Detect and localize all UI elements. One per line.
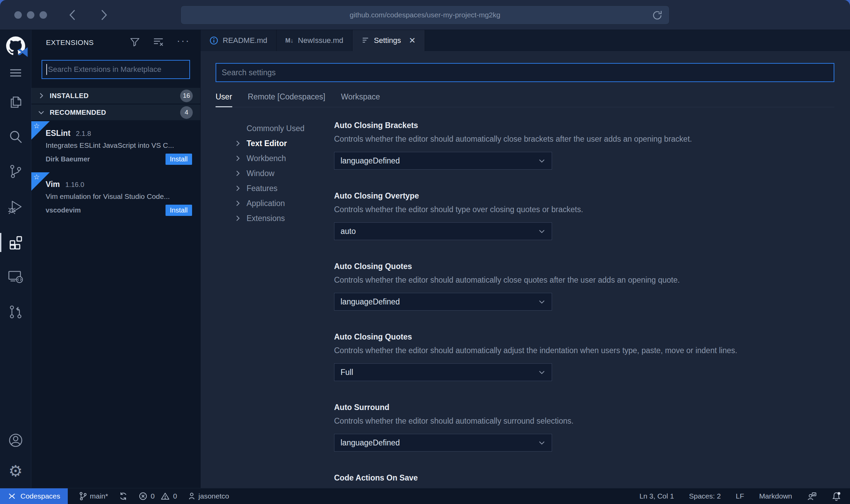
toc-item-features[interactable]: Features bbox=[234, 181, 334, 196]
sync-icon bbox=[119, 492, 128, 501]
extension-item-vim[interactable]: ☆ Vim 1.16.0 Vim emulation for Visual St… bbox=[31, 172, 200, 223]
feedback-button[interactable] bbox=[807, 492, 817, 501]
settings-gear-button[interactable]: ⚙ bbox=[0, 460, 31, 482]
toc-item-text-editor[interactable]: Text Editor bbox=[234, 136, 334, 151]
window-zoom-button[interactable] bbox=[40, 11, 47, 19]
setting-description: Controls whether the editor should type … bbox=[334, 205, 830, 214]
setting-description: Controls whether the editor should autom… bbox=[334, 346, 830, 355]
account-status[interactable]: jasonetco bbox=[188, 492, 229, 501]
toc-label: Application bbox=[247, 199, 285, 208]
tab-label: Settings bbox=[374, 36, 401, 45]
cursor-position-label: Ln 3, Col 1 bbox=[640, 492, 674, 500]
reload-button[interactable] bbox=[651, 10, 663, 23]
extension-version: 1.16.0 bbox=[65, 181, 84, 189]
clear-search-button[interactable] bbox=[153, 37, 164, 48]
setting-title: Auto Closing Brackets bbox=[334, 121, 830, 130]
extensions-icon bbox=[7, 234, 24, 251]
setting-dropdown[interactable]: auto bbox=[334, 222, 552, 240]
editor-area: README.md M↓ NewIssue.md Settings ✕ Sear… bbox=[201, 30, 850, 488]
back-button[interactable] bbox=[67, 9, 78, 21]
tab-newissue[interactable]: M↓ NewIssue.md bbox=[277, 30, 352, 51]
install-button[interactable]: Install bbox=[166, 154, 192, 165]
chevron-right-icon bbox=[234, 140, 241, 147]
window-minimize-button[interactable] bbox=[27, 11, 34, 19]
toc-label: Window bbox=[247, 169, 274, 178]
github-codespaces-logo[interactable] bbox=[0, 33, 31, 59]
setting-title: Auto Surround bbox=[334, 403, 830, 412]
forward-button[interactable] bbox=[99, 9, 109, 21]
extensions-search-input[interactable]: Search Extensions in Marketplace bbox=[42, 60, 190, 79]
language-mode[interactable]: Markdown bbox=[759, 492, 792, 500]
branch-status[interactable]: main* bbox=[79, 492, 108, 501]
account-label: jasonetco bbox=[199, 492, 229, 500]
section-installed[interactable]: INSTALLED 16 bbox=[31, 88, 200, 104]
installed-count-badge: 16 bbox=[180, 90, 193, 102]
sidebar-item-remote-explorer[interactable] bbox=[0, 266, 31, 287]
scope-tab-workspace[interactable]: Workspace bbox=[341, 92, 380, 107]
sidebar-item-explorer[interactable] bbox=[0, 91, 31, 113]
sync-status[interactable] bbox=[119, 492, 128, 501]
setting-dropdown[interactable]: languageDefined bbox=[334, 152, 552, 170]
address-bar[interactable]: github.com/codespaces/user-my-project-mg… bbox=[180, 5, 670, 25]
problems-status[interactable]: 0 0 bbox=[139, 492, 177, 501]
url-text: github.com/codespaces/user-my-project-mg… bbox=[350, 11, 500, 19]
toc-item-commonly-used[interactable]: Commonly Used bbox=[234, 121, 334, 136]
tab-settings[interactable]: Settings ✕ bbox=[352, 30, 425, 51]
chevron-down-icon bbox=[538, 157, 546, 164]
extension-item-eslint[interactable]: ☆ ESLint 2.1.8 Integrates ESLint JavaScr… bbox=[31, 121, 200, 172]
browser-window: github.com/codespaces/user-my-project-mg… bbox=[0, 0, 850, 504]
tab-label: README.md bbox=[223, 36, 267, 45]
eol-label: LF bbox=[736, 492, 744, 500]
search-icon bbox=[8, 129, 23, 145]
install-button[interactable]: Install bbox=[166, 205, 192, 216]
chevron-down-icon bbox=[538, 298, 546, 305]
setting-dropdown[interactable]: languageDefined bbox=[334, 434, 552, 452]
indentation[interactable]: Spaces: 2 bbox=[689, 492, 721, 500]
setting-description: Controls whether the editor should autom… bbox=[334, 135, 830, 144]
settings-editor-icon bbox=[361, 36, 369, 45]
feedback-icon bbox=[807, 492, 817, 501]
extensions-sidebar: EXTENSIONS ··· Search Extensions in Mark… bbox=[31, 30, 201, 488]
vscode-logo-icon bbox=[17, 46, 29, 58]
scope-tab-user[interactable]: User bbox=[216, 92, 232, 107]
remote-indicator[interactable]: Codespaces bbox=[0, 488, 68, 504]
sidebar-item-source-control[interactable] bbox=[0, 161, 31, 183]
menu-button[interactable] bbox=[0, 62, 31, 84]
tab-readme[interactable]: README.md bbox=[201, 30, 277, 51]
cursor-position[interactable]: Ln 3, Col 1 bbox=[640, 492, 674, 500]
tab-label: NewIssue.md bbox=[298, 36, 343, 45]
text-cursor bbox=[46, 64, 47, 75]
toc-item-extensions[interactable]: Extensions bbox=[234, 211, 334, 226]
sidebar-item-extensions[interactable] bbox=[0, 232, 31, 253]
dropdown-value: auto bbox=[341, 227, 356, 236]
section-recommended[interactable]: RECOMMENDED 4 bbox=[31, 105, 200, 120]
toc-item-workbench[interactable]: Workbench bbox=[234, 151, 334, 166]
settings-toc: Commonly Used Text Editor Workbench bbox=[201, 121, 334, 488]
warning-count: 0 bbox=[173, 492, 177, 500]
setting-dropdown[interactable]: Full bbox=[334, 363, 552, 381]
eol-sequence[interactable]: LF bbox=[736, 492, 744, 500]
scope-tab-remote[interactable]: Remote [Codespaces] bbox=[248, 92, 326, 107]
chevron-right-icon bbox=[37, 92, 45, 99]
account-button[interactable] bbox=[0, 429, 31, 451]
settings-search-input[interactable]: Search settings bbox=[216, 63, 834, 82]
sidebar-item-pull-requests[interactable] bbox=[0, 301, 31, 323]
notifications-button[interactable] bbox=[832, 491, 841, 501]
close-icon[interactable]: ✕ bbox=[409, 36, 416, 45]
chevron-down-icon bbox=[37, 109, 45, 116]
setting-title: Code Actions On Save bbox=[334, 473, 830, 483]
gear-icon: ⚙ bbox=[9, 463, 22, 479]
toc-item-window[interactable]: Window bbox=[234, 166, 334, 181]
window-controls bbox=[14, 11, 47, 19]
chevron-right-icon bbox=[234, 185, 241, 192]
sidebar-item-run-debug[interactable] bbox=[0, 196, 31, 218]
status-bar: Codespaces main* 0 0 jasonetco Ln 3, Col… bbox=[0, 488, 850, 504]
dropdown-value: Full bbox=[341, 368, 353, 377]
setting-dropdown[interactable]: languageDefined bbox=[334, 293, 552, 311]
toc-item-application[interactable]: Application bbox=[234, 196, 334, 211]
remote-label: Codespaces bbox=[20, 492, 60, 500]
filter-button[interactable] bbox=[130, 37, 140, 48]
sidebar-item-search[interactable] bbox=[0, 126, 31, 148]
window-close-button[interactable] bbox=[14, 11, 22, 19]
language-label: Markdown bbox=[759, 492, 792, 500]
